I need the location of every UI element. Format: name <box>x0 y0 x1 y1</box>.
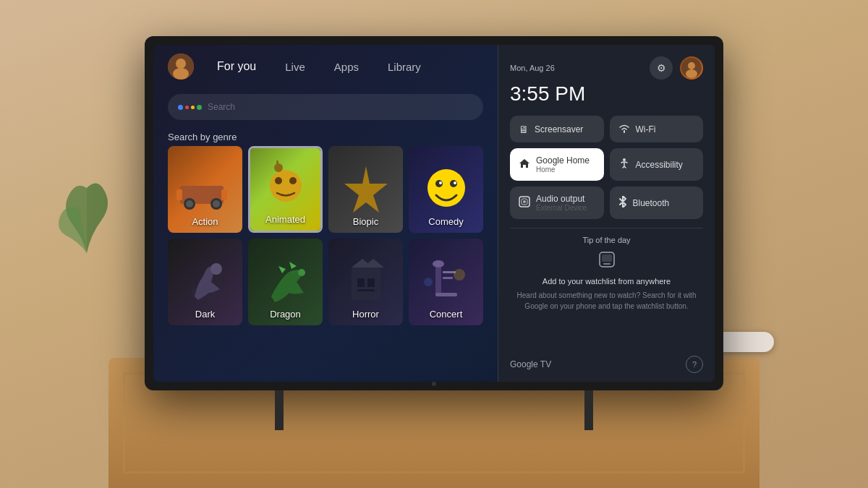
svg-point-1 <box>176 59 186 69</box>
svg-rect-46 <box>602 254 612 262</box>
home-icon <box>519 158 530 171</box>
quick-settings-panel: Mon, Aug 26 ⚙ 3:55 PM <box>498 45 715 382</box>
tip-heading: Add to your watchlist from anywhere <box>516 277 697 286</box>
wifi-icon <box>618 123 630 135</box>
svg-point-8 <box>213 200 220 207</box>
qs-audio-label: Audio output <box>536 194 587 204</box>
google-tv-ui: For you Live Apps Library Search Search … <box>153 45 715 382</box>
qs-screensaver-label: Screensaver <box>535 124 583 134</box>
svg-rect-15 <box>276 160 278 168</box>
svg-point-23 <box>210 263 222 275</box>
genre-section-title: Search by genre <box>168 132 237 142</box>
svg-point-6 <box>186 200 193 207</box>
qs-wifi-label: Wi-Fi <box>636 124 656 134</box>
svg-rect-47 <box>603 263 610 265</box>
nav-for-you[interactable]: For you <box>211 57 262 76</box>
genre-dragon-label: Dragon <box>248 309 323 320</box>
tv-leg-right <box>584 390 593 430</box>
tv-leg-left <box>275 390 284 430</box>
svg-point-12 <box>275 177 282 184</box>
tip-title: Tip of the day <box>510 236 703 244</box>
qs-bluetooth-label: Bluetooth <box>633 198 670 208</box>
audio-output-icon <box>519 196 530 210</box>
svg-rect-9 <box>176 189 182 200</box>
nav-live[interactable]: Live <box>279 58 311 76</box>
svg-point-36 <box>454 269 465 281</box>
genre-card-dragon[interactable]: Dragon <box>248 239 323 325</box>
svg-point-24 <box>298 269 305 276</box>
user-avatar[interactable] <box>168 53 194 80</box>
svg-rect-10 <box>221 189 227 200</box>
settings-button[interactable]: ⚙ <box>650 56 673 80</box>
svg-rect-25 <box>352 267 380 300</box>
genre-biopic-label: Biopic <box>328 216 403 227</box>
genre-card-horror[interactable]: Horror <box>328 239 403 325</box>
svg-marker-16 <box>344 166 388 213</box>
panel-avatar[interactable] <box>680 56 703 80</box>
nav-library[interactable]: Library <box>382 58 427 76</box>
svg-point-39 <box>688 62 695 69</box>
help-button[interactable]: ? <box>686 356 703 373</box>
genre-comedy-label: Comedy <box>409 216 483 227</box>
panel-header: Mon, Aug 26 ⚙ <box>510 56 703 80</box>
tip-body: Heard about something new to watch? Sear… <box>516 290 697 312</box>
qs-screensaver[interactable]: 🖥 Screensaver <box>510 116 604 142</box>
search-bar[interactable]: Search <box>168 94 483 120</box>
qs-wifi[interactable]: Wi-Fi <box>610 116 704 142</box>
panel-divider <box>510 228 703 228</box>
svg-point-41 <box>623 158 626 161</box>
qs-bluetooth[interactable]: Bluetooth <box>610 187 704 219</box>
qs-home-label: Google Home <box>536 155 590 166</box>
qs-audio-sub: External Device <box>536 204 587 212</box>
svg-point-2 <box>173 68 189 80</box>
genre-card-dark[interactable]: Dark <box>168 239 242 325</box>
svg-rect-34 <box>443 271 456 273</box>
genre-animated-label: Animated <box>250 214 320 225</box>
qs-accessibility[interactable]: Accessibility <box>610 148 704 181</box>
panel-time: 3:55 PM <box>510 82 703 106</box>
panel-header-icons: ⚙ <box>650 56 703 80</box>
qs-google-home[interactable]: Google Home Home <box>510 148 604 181</box>
genre-card-biopic[interactable]: Biopic <box>328 146 403 233</box>
svg-point-11 <box>270 170 302 202</box>
qs-audio-output[interactable]: Audio output External Device <box>510 187 604 219</box>
screensaver-icon: 🖥 <box>519 124 529 135</box>
svg-point-33 <box>433 260 444 267</box>
genre-card-animated[interactable]: Animated <box>248 146 323 233</box>
google-tv-logo: Google TV <box>510 359 551 369</box>
top-navigation: For you Live Apps Library <box>153 45 490 88</box>
svg-point-40 <box>686 69 697 78</box>
genre-card-comedy[interactable]: Comedy <box>409 146 483 233</box>
svg-rect-35 <box>443 277 453 279</box>
svg-rect-29 <box>367 278 375 287</box>
qs-home-text: Google Home Home <box>536 155 590 174</box>
search-placeholder: Search <box>208 102 235 112</box>
bluetooth-icon <box>618 196 627 210</box>
panel-footer: Google TV ? <box>510 356 703 373</box>
genre-dark-label: Dark <box>168 309 242 320</box>
panel-date: Mon, Aug 26 <box>510 64 555 72</box>
svg-point-44 <box>523 200 526 203</box>
genre-horror-label: Horror <box>328 309 403 320</box>
quick-settings-grid: 🖥 Screensaver Wi- <box>510 116 703 219</box>
google-assistant-icon <box>178 105 202 110</box>
svg-rect-30 <box>357 289 375 291</box>
svg-point-21 <box>454 181 456 184</box>
qs-audio-text: Audio output External Device <box>536 194 587 212</box>
nav-apps[interactable]: Apps <box>328 58 365 76</box>
svg-point-13 <box>289 177 297 184</box>
accessibility-icon <box>618 158 630 171</box>
tip-icon <box>516 252 697 271</box>
svg-rect-28 <box>357 278 365 287</box>
genre-action-label: Action <box>168 216 242 227</box>
genre-card-concert[interactable]: Concert <box>409 239 483 325</box>
tip-content: Add to your watchlist from anywhere Hear… <box>510 252 703 312</box>
qs-accessibility-label: Accessibility <box>636 160 683 170</box>
genre-grid: Action Animated <box>168 146 483 325</box>
tv-frame: For you Live Apps Library Search Search … <box>145 36 723 390</box>
genre-card-action[interactable]: Action <box>168 146 242 233</box>
svg-rect-32 <box>435 293 457 296</box>
tv-indicator-light <box>432 382 436 386</box>
qs-home-sub: Home <box>536 166 590 174</box>
svg-point-20 <box>439 181 442 184</box>
